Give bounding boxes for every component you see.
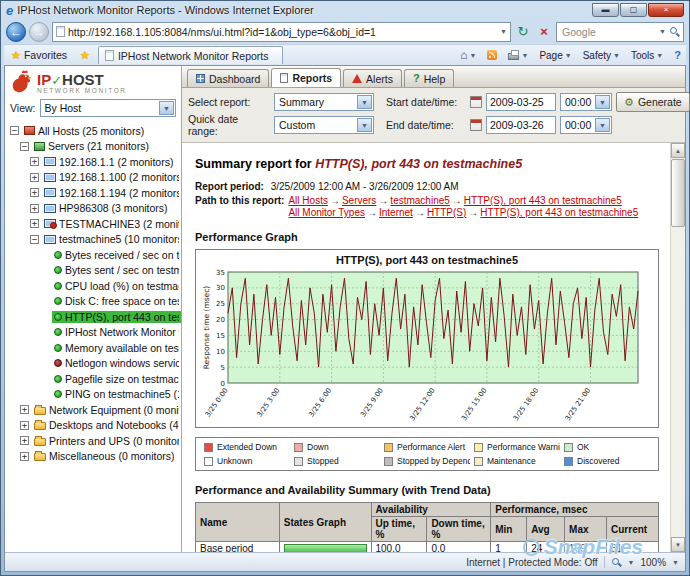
tree-item[interactable]: PING on testmachine5 (192.168.1. — [7, 387, 181, 403]
browser-tab[interactable]: IPHost Network Monitor Reports — [98, 46, 283, 64]
expand-toggle-icon[interactable]: + — [30, 219, 39, 228]
tree-node-body[interactable]: Network Equipment (0 monitors) — [32, 404, 181, 416]
tree-node-body[interactable]: IPHost Network Monitor web interfa — [52, 326, 181, 338]
tree-node-body[interactable]: testmachine5 (10 monitors) — [42, 233, 181, 245]
vertical-scrollbar[interactable]: ▲ ▼ — [670, 143, 685, 552]
tree-node-body[interactable]: HP986308 (3 monitors) — [42, 202, 170, 214]
tree-item[interactable]: +192.168.1.1 (2 monitors) — [7, 154, 181, 170]
tab-dashboard[interactable]: Dashboard — [187, 69, 269, 87]
tab-help[interactable]: ?Help — [404, 69, 454, 87]
address-bar[interactable]: ▼ — [52, 22, 511, 42]
report-path-link[interactable]: testmachine5 — [390, 195, 449, 206]
print-button-toolbar[interactable]: ▼ — [505, 47, 531, 64]
report-path-link[interactable]: Servers — [342, 195, 376, 206]
start-time-caret-icon[interactable]: ▼ — [595, 95, 610, 109]
report-path-link[interactable]: Internet — [379, 207, 413, 218]
zoom-level-caret-icon[interactable]: ▼ — [672, 559, 679, 566]
add-favorite-button[interactable]: ★ — [75, 47, 95, 64]
view-select[interactable]: By Host ▼ — [40, 99, 177, 117]
end-time-caret-icon[interactable]: ▼ — [595, 118, 610, 132]
quick-range-caret-icon[interactable]: ▼ — [357, 118, 372, 132]
report-type-caret-icon[interactable]: ▼ — [357, 95, 372, 109]
tab-alerts[interactable]: Alerts — [343, 69, 402, 87]
tree-item[interactable]: Bytes sent / sec on testmachine5 ( — [7, 263, 181, 279]
tree-node-body[interactable]: 192.168.1.100 (2 monitors) — [42, 171, 181, 183]
tree-item[interactable]: Bytes received / sec on testmachin — [7, 247, 181, 263]
tree-node-body[interactable]: Miscellaneous (0 monitors) — [32, 450, 176, 462]
end-date-input[interactable] — [486, 116, 556, 134]
tree-node-body[interactable]: Pagefile size on testmachine5 (192 — [52, 373, 181, 385]
expand-toggle-icon[interactable]: + — [20, 452, 29, 461]
scroll-down-button[interactable]: ▼ — [671, 537, 685, 552]
end-calendar-icon[interactable] — [470, 119, 482, 131]
tree-item[interactable]: +Printers and UPS (0 monitors) — [7, 433, 181, 449]
start-calendar-icon[interactable] — [470, 96, 482, 108]
collapse-toggle-icon[interactable]: − — [10, 126, 19, 135]
tree-node-body[interactable]: Servers (21 monitors) — [32, 140, 151, 152]
tree-node-body[interactable]: CPU load (%) on testmachine5 (19 — [52, 280, 181, 292]
tree-item[interactable]: Disk C: free space on testmachine — [7, 294, 181, 310]
expand-toggle-icon[interactable]: + — [20, 405, 29, 414]
forward-button[interactable]: → — [29, 22, 49, 42]
tree-node-body[interactable]: HTTP(S), port 443 on testmachine5 — [52, 311, 181, 323]
tree-node-body[interactable]: 192.168.1.194 (2 monitors) — [42, 187, 181, 199]
help-menu[interactable]: ? — [671, 47, 684, 64]
expand-toggle-icon[interactable]: + — [30, 157, 39, 166]
tree-item[interactable]: +192.168.1.194 (2 monitors) — [7, 185, 181, 201]
tree-item[interactable]: HTTP(S), port 443 on testmachine5 — [7, 309, 181, 325]
tree-item[interactable]: +Desktops and Notebooks (4 monitors) — [7, 418, 181, 434]
tree-node-body[interactable]: Desktops and Notebooks (4 monitors) — [32, 419, 181, 431]
tree-node-body[interactable]: Printers and UPS (0 monitors) — [32, 435, 181, 447]
tree-item[interactable]: IPHost Network Monitor web interfa — [7, 325, 181, 341]
scrollbar-thumb[interactable] — [671, 159, 685, 227]
tree-item[interactable]: +TESTMACHINE3 (2 monitors) — [7, 216, 181, 232]
generate-button[interactable]: ⚙Generate — [616, 92, 690, 112]
close-button[interactable]: × — [648, 3, 684, 17]
expand-toggle-icon[interactable]: + — [20, 421, 29, 430]
tree-item[interactable]: +Network Equipment (0 monitors) — [7, 402, 181, 418]
collapse-toggle-icon[interactable]: − — [20, 142, 29, 151]
start-date-input[interactable] — [486, 93, 556, 111]
page-menu[interactable]: Page▼ — [536, 47, 574, 64]
tree-node-body[interactable]: Disk C: free space on testmachine — [52, 295, 181, 307]
tab-reports[interactable]: Reports — [271, 68, 341, 87]
back-button[interactable]: ← — [6, 22, 26, 42]
tree-item[interactable]: +HP986308 (3 monitors) — [7, 201, 181, 217]
tree-node-body[interactable]: TESTMACHINE3 (2 monitors) — [42, 218, 181, 230]
tree-item[interactable]: +192.168.1.100 (2 monitors) — [7, 170, 181, 186]
expand-toggle-icon[interactable]: + — [20, 436, 29, 445]
report-type-select[interactable]: Summary ▼ — [274, 93, 374, 111]
tree-node-body[interactable]: Bytes received / sec on testmachin — [52, 249, 181, 261]
refresh-button[interactable]: ↻ — [514, 22, 532, 42]
tree-item[interactable]: −Servers (21 monitors) — [7, 139, 181, 155]
scroll-up-button[interactable]: ▲ — [671, 143, 685, 158]
report-path-link[interactable]: All Hosts — [288, 195, 327, 206]
minimize-button[interactable]: ▬ — [592, 3, 619, 17]
stop-button[interactable]: × — [535, 22, 553, 42]
end-time-select[interactable]: 00:00 ▼ — [560, 116, 612, 134]
report-path-link[interactable]: HTTP(S) — [427, 207, 466, 218]
tree-item[interactable]: Pagefile size on testmachine5 (192 — [7, 371, 181, 387]
safety-menu[interactable]: Safety▼ — [580, 47, 623, 64]
zoom-mode-caret-icon[interactable]: ▼ — [628, 559, 635, 566]
tree-item[interactable]: CPU load (%) on testmachine5 (19 — [7, 278, 181, 294]
title-bar[interactable]: e IPHost Network Monitor Reports - Windo… — [4, 1, 686, 19]
tree-node-body[interactable]: All Hosts (25 monitors) — [22, 125, 146, 137]
report-path-link[interactable]: HTTP(S), port 443 on testmachine5 — [480, 207, 638, 218]
address-dropdown-icon[interactable]: ▼ — [500, 28, 507, 35]
tree-item[interactable]: Netlogon windows service on testm — [7, 356, 181, 372]
tree-node-body[interactable]: PING on testmachine5 (192.168.1. — [52, 388, 181, 400]
address-input[interactable] — [68, 26, 497, 38]
tree-item[interactable]: Memory available on testmachine5 — [7, 340, 181, 356]
maximize-button[interactable]: ▢ — [620, 3, 647, 17]
report-path-link[interactable]: HTTP(S), port 443 on testmachine5 — [464, 195, 622, 206]
start-time-select[interactable]: 00:00 ▼ — [560, 93, 612, 111]
tree-item[interactable]: −testmachine5 (10 monitors) — [7, 232, 181, 248]
search-icon[interactable] — [669, 26, 680, 37]
expand-toggle-icon[interactable]: + — [30, 173, 39, 182]
tools-menu[interactable]: Tools▼ — [628, 47, 666, 64]
search-input[interactable] — [560, 25, 656, 39]
scrollbar-track[interactable] — [671, 158, 685, 537]
feeds-button[interactable] — [484, 47, 500, 64]
home-button[interactable]: ⌂▼ — [457, 47, 479, 64]
